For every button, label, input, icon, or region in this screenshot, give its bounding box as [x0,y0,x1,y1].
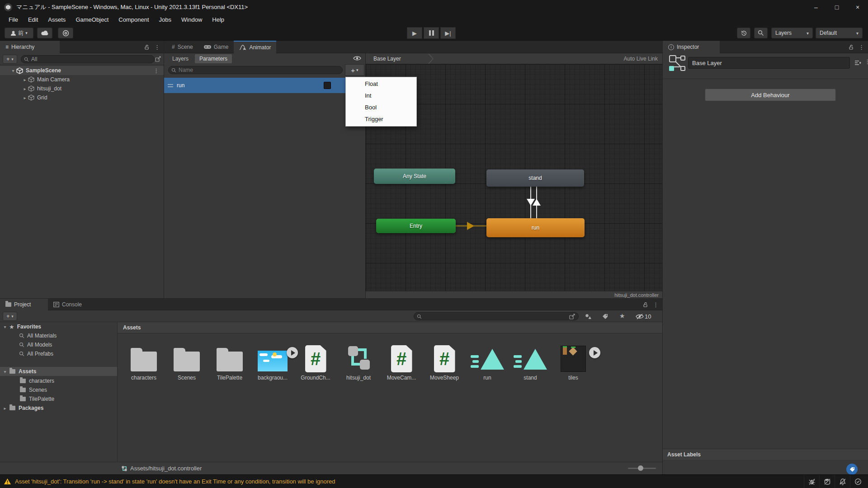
maximize-button[interactable]: □ [826,0,847,14]
hierarchy-search[interactable] [21,55,155,63]
menu-item-int[interactable]: Int [346,90,416,102]
foldout-open-icon[interactable]: ▾ [10,68,16,73]
asset-label-tag-button[interactable] [846,464,858,475]
tab-hierarchy[interactable]: ≡ Hierarchy [0,41,60,53]
pick-object-icon[interactable] [155,56,161,62]
notifications-muted-icon[interactable] [835,475,850,488]
undo-history-button[interactable] [737,28,750,38]
menu-component[interactable]: Component [113,15,154,24]
tab-project[interactable]: Project [0,299,48,310]
favorites-star-icon[interactable]: ★ [619,312,625,319]
step-button[interactable]: ▶| [440,27,456,39]
foldout-closed-icon[interactable]: ▸ [2,406,8,411]
tree-assets[interactable]: ▾ Assets [0,367,117,376]
hierarchy-item-grid[interactable]: ▸ Grid [0,93,164,102]
project-search[interactable] [414,312,579,320]
kebab-icon[interactable]: ⋮ [864,58,868,65]
state-node-run[interactable]: run [486,218,585,237]
tab-game[interactable]: Game [198,41,234,53]
parameter-row-run[interactable]: run [164,78,365,93]
menu-jobs[interactable]: Jobs [154,15,176,24]
hierarchy-search-input[interactable] [31,56,151,62]
tree-tilepalette[interactable]: TilePalette [0,394,117,404]
asset-hitsuji-dot-controller[interactable]: hitsuji_dot [338,337,379,381]
kebab-icon[interactable]: ⋮ [154,44,160,51]
menu-edit[interactable]: Edit [23,15,43,24]
tree-all-models[interactable]: All Models [0,340,117,349]
menu-window[interactable]: Window [176,15,207,24]
auto-live-link-button[interactable]: Auto Live Link [624,56,658,62]
menu-item-bool[interactable]: Bool [346,102,416,113]
tab-parameters[interactable]: Parameters [195,54,232,63]
foldout-open-icon[interactable]: ▾ [2,324,8,329]
account-button[interactable]: 前 ▾ [5,28,33,38]
foldout-closed-icon[interactable]: ▸ [22,77,28,82]
tree-characters[interactable]: characters [0,376,117,385]
state-node-entry[interactable]: Entry [376,219,456,233]
lock-icon[interactable] [643,302,648,307]
filter-by-type-icon[interactable] [585,313,592,319]
menu-assets[interactable]: Assets [43,15,71,24]
pick-search-icon[interactable] [569,314,576,319]
asset-scenes[interactable]: Scenes [166,337,208,381]
drag-handle-icon[interactable] [168,84,173,87]
cache-server-disabled-icon[interactable] [819,475,835,488]
tab-inspector[interactable]: i Inspector [663,41,720,53]
debugger-disabled-icon[interactable] [804,475,819,488]
presets-icon[interactable] [854,60,861,66]
menu-file[interactable]: File [4,15,23,24]
tab-scene[interactable]: # Scene [166,41,198,53]
lock-icon[interactable] [144,44,150,50]
foldout-closed-icon[interactable]: ▸ [22,86,28,91]
asset-movecamera[interactable]: # MoveCam... [381,337,422,381]
plastic-scm-button[interactable] [58,28,73,38]
state-node-stand[interactable]: stand [486,169,584,187]
filter-by-label-icon[interactable] [602,314,608,319]
menu-item-float[interactable]: Float [346,78,416,90]
warning-message[interactable]: Asset 'hitsuji_dot': Transition 'run -> … [15,478,335,485]
status-bar[interactable]: Asset 'hitsuji_dot': Transition 'run -> … [0,474,868,488]
add-dropdown-button[interactable]: + ▾ [3,55,17,64]
kebab-icon[interactable]: ⋮ [653,301,659,308]
add-behaviour-button[interactable]: Add Behaviour [705,89,836,101]
layer-name-field[interactable] [688,57,850,69]
parameter-search-input[interactable] [179,67,340,73]
asset-stand-animation[interactable]: stand [509,337,551,381]
hierarchy-item-hitsuji-dot[interactable]: ▸ hitsuji_dot [0,84,164,93]
asset-tiles[interactable]: tiles [552,337,594,381]
tree-packages[interactable]: ▸ Packages [0,404,117,413]
search-toolbar-button[interactable] [754,28,768,38]
progress-ok-icon[interactable] [850,475,865,488]
layout-dropdown[interactable]: Default ▾ [816,28,863,38]
parameter-search[interactable] [168,66,343,74]
pause-button[interactable] [424,27,439,39]
eye-icon[interactable] [353,56,361,61]
tree-all-materials[interactable]: All Materials [0,331,117,340]
tree-scenes[interactable]: Scenes [0,385,117,394]
thumbnail-zoom-slider[interactable] [628,468,656,469]
tab-animator[interactable]: Animator [234,41,276,53]
add-parameter-button[interactable]: + ▾ [345,64,364,76]
play-button[interactable]: ▶ [407,27,422,39]
scene-row[interactable]: ▾ SampleScene ⋮ [0,66,164,75]
menu-gameobject[interactable]: GameObject [71,15,113,24]
asset-movesheep[interactable]: # MoveSheep [424,337,465,381]
tab-layers[interactable]: Layers [168,54,193,63]
tab-console[interactable]: Console [48,299,87,310]
state-node-any-state[interactable]: Any State [374,169,455,184]
hidden-packages-toggle[interactable]: 10 [636,313,651,320]
close-button[interactable]: × [847,0,868,14]
play-badge-icon[interactable] [589,347,600,358]
asset-groundcheck[interactable]: # GroundCh... [295,337,336,381]
lock-icon[interactable] [849,44,854,50]
menu-item-trigger[interactable]: Trigger [346,113,416,125]
parameter-bool-checkbox[interactable] [324,82,331,89]
menu-help[interactable]: Help [207,15,229,24]
asset-characters[interactable]: characters [123,337,165,381]
add-dropdown-button[interactable]: + ▾ [3,312,17,321]
tree-all-prefabs[interactable]: All Prefabs [0,349,117,358]
hierarchy-item-main-camera[interactable]: ▸ Main Camera [0,75,164,84]
project-search-input[interactable] [424,313,567,319]
layer-name-input[interactable] [692,60,846,66]
asset-backgraound[interactable]: backgraou... [252,337,293,381]
